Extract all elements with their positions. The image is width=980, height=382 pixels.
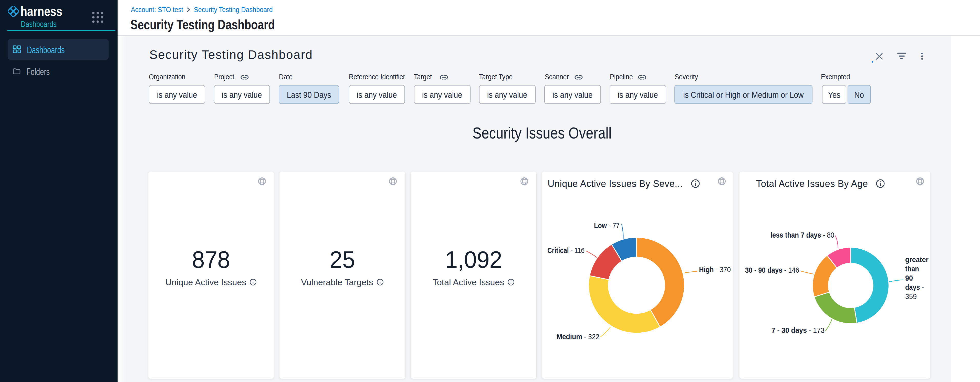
- svg-text:30 - 90 days - 146: 30 - 90 days - 146: [745, 266, 799, 274]
- svg-text:High - 370: High - 370: [699, 266, 731, 274]
- svg-text:Medium - 322: Medium - 322: [557, 333, 599, 341]
- svg-text:7 - 30 days - 173: 7 - 30 days - 173: [772, 326, 824, 334]
- svg-text:Critical - 116: Critical - 116: [547, 246, 584, 255]
- svg-text:90: 90: [905, 274, 913, 282]
- svg-text:359: 359: [905, 292, 917, 301]
- svg-text:days -: days -: [905, 283, 924, 292]
- svg-text:less than 7 days - 80: less than 7 days - 80: [770, 231, 834, 239]
- svg-text:greater: greater: [905, 255, 929, 264]
- svg-text:than: than: [905, 265, 919, 273]
- svg-text:Low - 77: Low - 77: [594, 222, 620, 230]
